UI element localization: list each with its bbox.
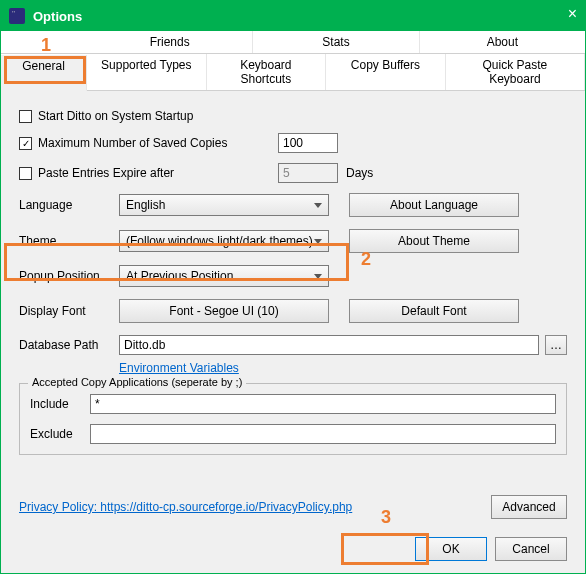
advanced-button[interactable]: Advanced — [491, 495, 567, 519]
popup-position-label: Popup Position — [19, 269, 119, 283]
chevron-down-icon — [314, 239, 322, 244]
tab-supported-types[interactable]: Supported Types — [87, 54, 207, 90]
max-copies-checkbox[interactable]: ✓ — [19, 137, 32, 150]
tab-copy-buffers[interactable]: Copy Buffers — [326, 54, 446, 90]
language-label: Language — [19, 198, 119, 212]
include-input[interactable] — [90, 394, 556, 414]
privacy-policy-link[interactable]: Privacy Policy: https://ditto-cp.sourcef… — [19, 500, 352, 514]
accepted-apps-group: Accepted Copy Applications (seperate by … — [19, 383, 567, 455]
popup-position-value: At Previous Position — [126, 269, 233, 283]
start-on-startup-checkbox[interactable] — [19, 110, 32, 123]
expire-input[interactable] — [278, 163, 338, 183]
titlebar: Options × — [1, 1, 585, 31]
popup-position-select[interactable]: At Previous Position — [119, 265, 329, 287]
about-language-button[interactable]: About Language — [349, 193, 519, 217]
language-select[interactable]: English — [119, 194, 329, 216]
general-panel: Start Ditto on System Startup ✓ Maximum … — [1, 91, 585, 465]
database-path-browse-button[interactable]: … — [545, 335, 567, 355]
tab-friends[interactable]: Friends — [87, 31, 253, 53]
expire-label: Paste Entries Expire after — [38, 166, 268, 180]
tab-keyboard-shortcuts[interactable]: Keyboard Shortcuts — [207, 54, 327, 90]
theme-label: Theme — [19, 234, 119, 248]
window-title: Options — [33, 9, 82, 24]
exclude-input[interactable] — [90, 424, 556, 444]
max-copies-input[interactable] — [278, 133, 338, 153]
chevron-down-icon — [314, 274, 322, 279]
tab-quick-paste-keyboard[interactable]: Quick Paste Keyboard — [446, 54, 585, 90]
display-font-label: Display Font — [19, 304, 119, 318]
theme-value: (Follow windows light/dark themes) — [126, 234, 313, 248]
tab-general[interactable]: General — [1, 55, 87, 91]
ok-button[interactable]: OK — [415, 537, 487, 561]
tabs-bottom-row: General Supported Types Keyboard Shortcu… — [1, 54, 585, 91]
theme-select[interactable]: (Follow windows light/dark themes) — [119, 230, 329, 252]
include-label: Include — [30, 397, 90, 411]
start-on-startup-label: Start Ditto on System Startup — [38, 109, 193, 123]
accepted-apps-legend: Accepted Copy Applications (seperate by … — [28, 376, 246, 388]
exclude-label: Exclude — [30, 427, 90, 441]
tab-stats[interactable]: Stats — [253, 31, 419, 53]
environment-variables-link[interactable]: Environment Variables — [119, 361, 239, 375]
bottom-area: Privacy Policy: https://ditto-cp.sourcef… — [19, 495, 567, 561]
database-path-label: Database Path — [19, 338, 119, 352]
language-value: English — [126, 198, 165, 212]
about-theme-button[interactable]: About Theme — [349, 229, 519, 253]
cancel-button[interactable]: Cancel — [495, 537, 567, 561]
default-font-button[interactable]: Default Font — [349, 299, 519, 323]
database-path-input[interactable] — [119, 335, 539, 355]
options-window: Options × Friends Stats About General Su… — [0, 0, 586, 574]
tab-about[interactable]: About — [420, 31, 585, 53]
expire-unit: Days — [346, 166, 373, 180]
chevron-down-icon — [314, 203, 322, 208]
tabs-top-row: Friends Stats About — [1, 31, 585, 54]
expire-checkbox[interactable] — [19, 167, 32, 180]
app-icon — [9, 8, 25, 24]
close-icon[interactable]: × — [568, 5, 577, 23]
display-font-button[interactable]: Font - Segoe UI (10) — [119, 299, 329, 323]
max-copies-label: Maximum Number of Saved Copies — [38, 136, 268, 150]
